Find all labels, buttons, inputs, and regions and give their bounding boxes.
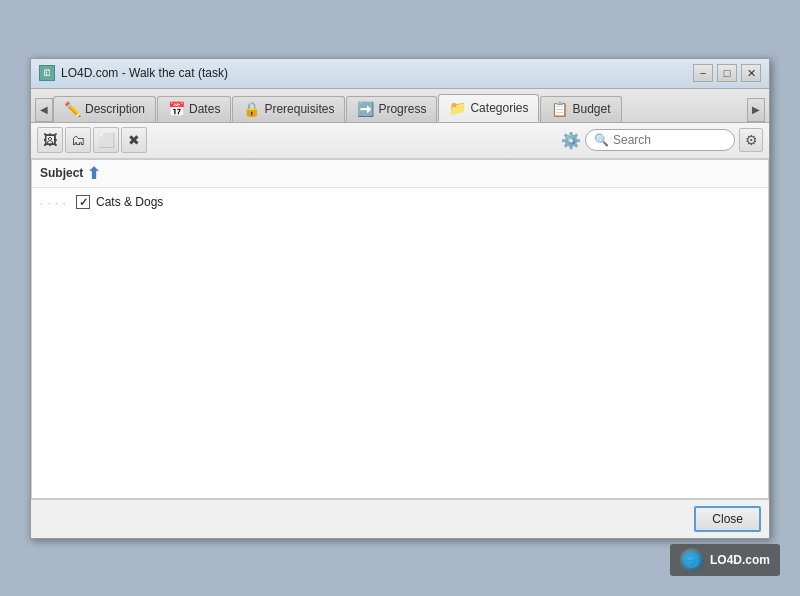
progress-tab-icon: ➡️	[357, 101, 374, 117]
tab-categories[interactable]: 📁 Categories	[438, 94, 539, 122]
maximize-button[interactable]: □	[717, 64, 737, 82]
toolbar: 🖼 🗂 ⬜ ✖ ⚙️ 🔍 ⚙	[31, 123, 769, 159]
tab-progress-label: Progress	[378, 102, 426, 116]
row-indent: · · · ·	[40, 195, 70, 210]
tree-dots: · · · ·	[40, 198, 66, 209]
sync-icon: ⚙️	[561, 130, 581, 150]
budget-tab-icon: 📋	[551, 101, 568, 117]
subject-label: Subject	[40, 166, 83, 180]
toolbar-square-button[interactable]: ⬜	[93, 127, 119, 153]
settings-gear-button[interactable]: ⚙	[739, 128, 763, 152]
prerequisites-tab-icon: 🔒	[243, 101, 260, 117]
title-bar-left: 🗓 LO4D.com - Walk the cat (task)	[39, 65, 228, 81]
tab-prerequisites-label: Prerequisites	[264, 102, 334, 116]
search-box: 🔍	[585, 129, 735, 151]
category-checkbox[interactable]	[76, 195, 90, 209]
watermark-text: LO4D.com	[710, 553, 770, 567]
tab-description[interactable]: ✏️ Description	[53, 96, 156, 122]
categories-tab-icon: 📁	[449, 100, 466, 116]
minimize-button[interactable]: −	[693, 64, 713, 82]
search-input[interactable]	[613, 133, 726, 147]
tabs-container: ✏️ Description 📅 Dates 🔒 Prerequisites ➡…	[53, 94, 747, 122]
toolbar-folder-button[interactable]: 🗂	[65, 127, 91, 153]
watermark: 🌐 LO4D.com	[670, 544, 780, 576]
category-label: Cats & Dogs	[96, 195, 163, 209]
toolbar-image-button[interactable]: 🖼	[37, 127, 63, 153]
tab-description-label: Description	[85, 102, 145, 116]
main-window: 🗓 LO4D.com - Walk the cat (task) − □ ✕ ◀…	[30, 58, 770, 539]
tab-budget[interactable]: 📋 Budget	[540, 96, 621, 122]
content-area: Subject ⬆ · · · · Cats & Dogs	[31, 159, 769, 499]
sort-ascending-icon[interactable]: ⬆	[87, 164, 100, 183]
tab-prerequisites[interactable]: 🔒 Prerequisites	[232, 96, 345, 122]
description-tab-icon: ✏️	[64, 101, 81, 117]
window-title: LO4D.com - Walk the cat (task)	[61, 66, 228, 80]
window-controls: − □ ✕	[693, 64, 761, 82]
tab-dates[interactable]: 📅 Dates	[157, 96, 231, 122]
toolbar-delete-button[interactable]: ✖	[121, 127, 147, 153]
app-icon: 🗓	[39, 65, 55, 81]
tab-bar: ◀ ✏️ Description 📅 Dates 🔒 Prerequisites…	[31, 89, 769, 123]
list-item: · · · · Cats & Dogs	[32, 192, 768, 213]
title-bar: 🗓 LO4D.com - Walk the cat (task) − □ ✕	[31, 59, 769, 89]
dates-tab-icon: 📅	[168, 101, 185, 117]
close-button[interactable]: Close	[694, 506, 761, 532]
search-area: ⚙️ 🔍 ⚙	[561, 128, 763, 152]
tab-budget-label: Budget	[572, 102, 610, 116]
search-icon: 🔍	[594, 133, 609, 147]
window-close-button[interactable]: ✕	[741, 64, 761, 82]
tab-progress[interactable]: ➡️ Progress	[346, 96, 437, 122]
subject-column-header: Subject ⬆	[40, 164, 100, 183]
watermark-globe-icon: 🌐	[680, 548, 704, 572]
tab-categories-label: Categories	[470, 101, 528, 115]
categories-list: · · · · Cats & Dogs	[32, 188, 768, 498]
column-header-row: Subject ⬆	[32, 160, 768, 188]
tab-scroll-left[interactable]: ◀	[35, 98, 53, 122]
tab-dates-label: Dates	[189, 102, 220, 116]
tab-scroll-right[interactable]: ▶	[747, 98, 765, 122]
footer-bar: Close	[31, 499, 769, 538]
